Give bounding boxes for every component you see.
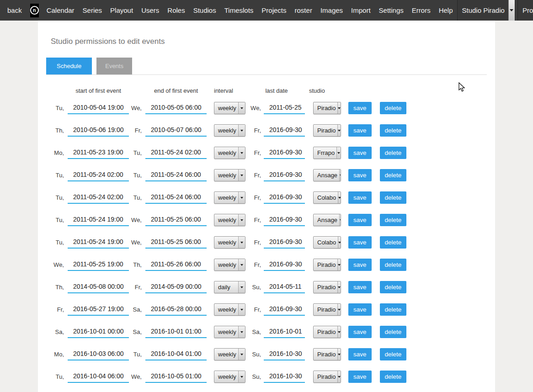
delete-button[interactable]: delete (380, 214, 407, 226)
end-datetime-input[interactable] (145, 348, 207, 360)
nav-menu-item[interactable]: Projects (257, 6, 290, 14)
last-date-input[interactable] (264, 124, 305, 137)
last-date-input[interactable] (264, 147, 305, 159)
start-datetime-input[interactable] (68, 371, 129, 383)
interval-select[interactable]: weekly (214, 191, 245, 204)
delete-button[interactable]: delete (380, 147, 407, 159)
interval-select[interactable]: weekly (214, 236, 245, 249)
interval-select[interactable]: weekly (214, 147, 245, 159)
save-button[interactable]: save (348, 102, 372, 114)
project-select[interactable]: Project 88vier (517, 0, 533, 21)
last-date-input[interactable] (264, 169, 305, 181)
end-datetime-input[interactable] (145, 259, 207, 271)
save-button[interactable]: save (348, 147, 372, 159)
delete-button[interactable]: delete (380, 259, 407, 271)
interval-select[interactable]: weekly (214, 303, 245, 316)
delete-button[interactable]: delete (380, 326, 407, 338)
end-datetime-input[interactable] (145, 102, 207, 114)
start-datetime-input[interactable] (68, 259, 129, 271)
interval-select[interactable]: weekly (214, 169, 245, 181)
save-button[interactable]: save (348, 169, 372, 181)
studio-row-select[interactable]: Piradio (313, 281, 341, 293)
last-date-input[interactable] (264, 326, 305, 338)
start-datetime-input[interactable] (68, 124, 129, 137)
nav-menu-item[interactable]: Playout (106, 6, 137, 14)
delete-button[interactable]: delete (380, 169, 407, 181)
nav-menu-item[interactable]: Studios (189, 6, 220, 14)
studio-select[interactable]: Studio Piradio (457, 0, 515, 21)
interval-select[interactable]: weekly (214, 348, 245, 360)
studio-row-select[interactable]: Piradio (313, 124, 341, 137)
delete-button[interactable]: delete (380, 371, 407, 383)
start-datetime-input[interactable] (68, 281, 129, 293)
end-datetime-input[interactable] (145, 191, 207, 204)
save-button[interactable]: save (348, 236, 372, 249)
interval-select[interactable]: weekly (214, 371, 245, 383)
save-button[interactable]: save (348, 259, 372, 271)
nav-menu-item[interactable]: Errors (408, 6, 435, 14)
start-datetime-input[interactable] (68, 191, 129, 204)
save-button[interactable]: save (348, 348, 372, 360)
start-datetime-input[interactable] (68, 214, 129, 226)
nav-menu-item[interactable]: Users (137, 6, 163, 14)
studio-row-select[interactable]: Colabo (313, 191, 341, 204)
end-datetime-input[interactable] (145, 236, 207, 249)
nav-menu-item[interactable]: Help (435, 6, 457, 14)
last-date-input[interactable] (264, 214, 305, 226)
studio-row-select[interactable]: Piradio (313, 102, 341, 114)
interval-select[interactable]: weekly (214, 214, 245, 226)
interval-select[interactable]: weekly (214, 124, 245, 137)
nav-menu-item[interactable]: Settings (375, 6, 408, 14)
start-datetime-input[interactable] (68, 303, 129, 316)
last-date-input[interactable] (264, 236, 305, 249)
delete-button[interactable]: delete (380, 236, 407, 249)
studio-row-select[interactable]: Piradio (313, 371, 341, 383)
last-date-input[interactable] (264, 303, 305, 316)
save-button[interactable]: save (348, 371, 372, 383)
delete-button[interactable]: delete (380, 303, 407, 316)
studio-row-select[interactable]: Frrapo (313, 147, 341, 159)
last-date-input[interactable] (264, 259, 305, 271)
interval-select[interactable]: daily (214, 281, 245, 293)
end-datetime-input[interactable] (145, 147, 207, 159)
interval-select[interactable]: weekly (214, 326, 245, 338)
start-datetime-input[interactable] (68, 326, 129, 338)
nav-menu-item[interactable]: Import (347, 6, 375, 14)
last-date-input[interactable] (264, 371, 305, 383)
last-date-input[interactable] (264, 102, 305, 114)
end-datetime-input[interactable] (145, 371, 207, 383)
studio-row-select[interactable]: Piradio (313, 326, 341, 338)
studio-row-select[interactable]: Ansage (313, 214, 341, 226)
start-datetime-input[interactable] (68, 102, 129, 114)
studio-row-select[interactable]: Colabo (313, 236, 341, 249)
nav-menu-item[interactable]: Series (79, 6, 107, 14)
end-datetime-input[interactable] (145, 281, 207, 293)
end-datetime-input[interactable] (145, 124, 207, 137)
pi-radio-logo-icon[interactable]: n (30, 4, 39, 17)
studio-row-select[interactable]: Piradio (313, 259, 341, 271)
end-datetime-input[interactable] (145, 169, 207, 181)
save-button[interactable]: save (348, 214, 372, 226)
last-date-input[interactable] (264, 281, 305, 293)
save-button[interactable]: save (348, 191, 372, 204)
delete-button[interactable]: delete (380, 191, 407, 204)
end-datetime-input[interactable] (145, 214, 207, 226)
nav-menu-item[interactable]: Images (316, 6, 347, 14)
save-button[interactable]: save (348, 281, 372, 293)
end-datetime-input[interactable] (145, 326, 207, 338)
delete-button[interactable]: delete (380, 124, 407, 137)
last-date-input[interactable] (264, 191, 305, 204)
studio-row-select[interactable]: Piradio (313, 303, 341, 316)
nav-menu-item[interactable]: Calendar (43, 6, 79, 14)
start-datetime-input[interactable] (68, 169, 129, 181)
back-link[interactable]: back (6, 6, 27, 14)
tab-schedule[interactable]: Schedule (46, 58, 92, 74)
delete-button[interactable]: delete (380, 348, 407, 360)
interval-select[interactable]: weekly (214, 102, 245, 114)
save-button[interactable]: save (348, 303, 372, 316)
delete-button[interactable]: delete (380, 102, 407, 114)
tab-events[interactable]: Events (96, 58, 132, 74)
save-button[interactable]: save (348, 124, 372, 137)
last-date-input[interactable] (264, 348, 305, 360)
start-datetime-input[interactable] (68, 147, 129, 159)
